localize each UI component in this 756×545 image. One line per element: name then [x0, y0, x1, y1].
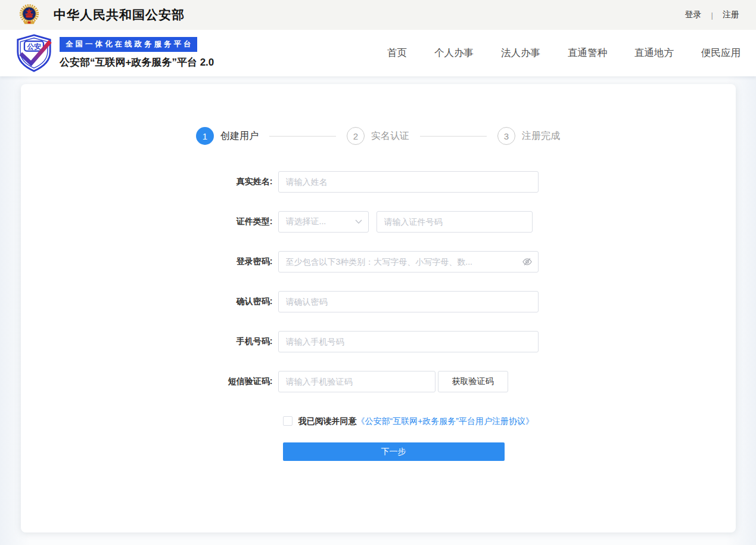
nav-item-police-services[interactable]: 直通警种	[568, 47, 607, 60]
cert-number-input[interactable]	[377, 211, 533, 233]
cert-type-select[interactable]: 请选择证...	[278, 211, 369, 233]
main-nav: 首页 个人办事 法人办事 直通警种 直通地方 便民应用	[387, 47, 741, 60]
sms-code-label: 短信验证码:	[21, 376, 278, 387]
platform-header: 公安 全国一体化在线政务服务平台 公安部“互联网+政务服务”平台 2.0 首页 …	[0, 30, 756, 76]
eye-invisible-icon[interactable]	[522, 256, 533, 267]
step-connector	[420, 136, 487, 137]
step-register-complete: 3 注册完成	[497, 127, 560, 145]
step-real-name-verify: 2 实名认证	[347, 127, 409, 145]
real-name-input[interactable]	[278, 171, 539, 193]
registration-stepper: 1 创建用户 2 实名认证 3 注册完成	[21, 84, 736, 145]
platform-shield-logo-icon: 公安	[14, 33, 54, 73]
agreement-row: 我已阅读并同意《公安部“互联网+政务服务”平台用户注册协议》	[283, 414, 736, 428]
step-2-label: 实名认证	[371, 130, 409, 143]
form-row-cert-type: 证件类型: 请选择证...	[21, 211, 736, 233]
form-row-password: 登录密码:	[21, 251, 736, 272]
chevron-down-icon	[355, 219, 362, 224]
site-name: 中华人民共和国公安部	[54, 7, 185, 23]
top-government-bar: 中华人民共和国公安部 登录 | 注册	[0, 0, 756, 30]
form-row-real-name: 真实姓名:	[21, 171, 736, 193]
svg-text:公安: 公安	[26, 42, 41, 50]
auth-divider: |	[711, 11, 713, 20]
cert-type-label: 证件类型:	[21, 216, 278, 227]
form-row-sms-code: 短信验证码: 获取验证码	[21, 371, 736, 392]
cert-type-select-placeholder: 请选择证...	[286, 216, 326, 227]
nav-item-home[interactable]: 首页	[387, 47, 407, 60]
phone-label: 手机号码:	[21, 336, 278, 347]
registration-card: 1 创建用户 2 实名认证 3 注册完成 真实姓名:	[21, 84, 736, 532]
login-link[interactable]: 登录	[685, 10, 702, 20]
sms-code-input[interactable]	[278, 371, 435, 392]
police-emblem-icon	[18, 4, 41, 26]
nav-item-personal[interactable]: 个人办事	[434, 47, 474, 60]
nav-item-convenience-apps[interactable]: 便民应用	[701, 47, 741, 60]
form-row-phone: 手机号码:	[21, 331, 736, 352]
next-step-button[interactable]: 下一步	[283, 442, 505, 461]
form-row-confirm-password: 确认密码:	[21, 291, 736, 312]
nav-item-local[interactable]: 直通地方	[634, 47, 674, 60]
confirm-password-input[interactable]	[278, 291, 539, 312]
password-label: 登录密码:	[21, 256, 278, 267]
page-background: 1 创建用户 2 实名认证 3 注册完成 真实姓名:	[0, 76, 756, 545]
confirm-password-label: 确认密码:	[21, 296, 278, 307]
register-link[interactable]: 注册	[723, 10, 739, 20]
agreement-text: 我已阅读并同意《公安部“互联网+政务服务”平台用户注册协议》	[298, 414, 538, 428]
step-3-circle: 3	[497, 127, 515, 145]
step-3-label: 注册完成	[522, 130, 560, 143]
nav-item-legal-person[interactable]: 法人办事	[501, 47, 540, 60]
phone-input[interactable]	[278, 331, 539, 352]
national-platform-badge: 全国一体化在线政务服务平台	[60, 37, 197, 52]
create-user-form: 真实姓名: 证件类型: 请选择证... 登	[21, 171, 736, 461]
step-2-circle: 2	[347, 127, 365, 145]
step-1-circle: 1	[196, 127, 214, 145]
agreement-prefix: 我已阅读并同意	[298, 416, 357, 426]
step-create-user: 1 创建用户	[196, 127, 259, 145]
user-agreement-link[interactable]: 《公安部“互联网+政务服务”平台用户注册协议》	[357, 416, 534, 426]
step-1-label: 创建用户	[220, 130, 259, 143]
agreement-checkbox[interactable]	[283, 416, 293, 426]
password-input[interactable]	[278, 251, 539, 272]
get-sms-code-button[interactable]: 获取验证码	[438, 371, 508, 392]
platform-title: 公安部“互联网+政务服务”平台 2.0	[60, 55, 214, 69]
step-connector	[269, 136, 336, 137]
real-name-label: 真实姓名:	[21, 176, 278, 187]
